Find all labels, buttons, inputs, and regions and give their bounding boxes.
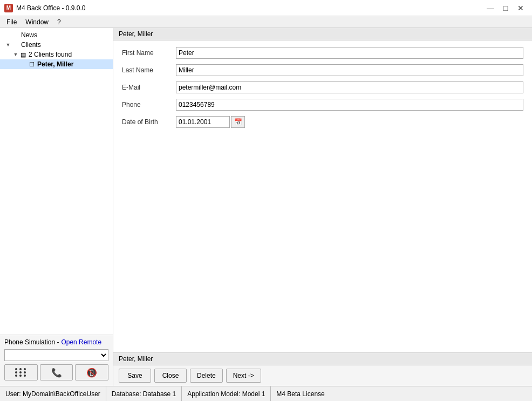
menubar: File Window ? [0,16,532,28]
action-buttons: Save Close Delete Next -> [113,365,532,386]
titlebar: M M4 Back Office - 0.9.0.0 — □ ✕ [0,0,532,16]
delete-button[interactable]: Delete [190,369,223,383]
maximize-button[interactable]: □ [499,2,513,14]
status-license: M4 Beta License [271,386,330,401]
right-panel: Peter, Miller First Name Last Name E-Mai… [113,28,532,386]
email-row: E-Mail [122,81,523,93]
end-call-button[interactable]: 📵 [75,364,108,380]
sidebar-label-clients-found: 2 Clients found [29,51,72,58]
close-button[interactable]: ✕ [514,2,528,14]
sidebar-item-clients-found[interactable]: ▼ ▤ 2 Clients found [0,50,113,59]
phone-sim-label: Phone Simulation - [4,338,59,346]
news-icon [12,31,19,39]
statusbar: User: MyDomain\BackOfficeUser Database: … [0,386,532,401]
tree-arrow-peter [21,60,28,68]
save-button[interactable]: Save [119,369,151,383]
phone-sim-header: Phone Simulation - Open Remote [4,338,108,346]
last-name-input[interactable] [176,64,523,76]
dob-label: Date of Birth [122,118,176,126]
calendar-button[interactable]: 📅 [231,116,245,128]
first-name-input[interactable] [176,47,523,59]
bottom-bar: Peter, Miller Save Close Delete Next -> [113,352,532,386]
dialpad-icon [15,368,27,377]
phone-row: Phone [122,99,523,111]
titlebar-left: M M4 Back Office - 0.9.0.0 [4,4,86,12]
phone-sim-buttons: 📞 📵 [4,364,108,380]
sidebar-label-peter-miller: Peter, Miller [37,60,73,68]
sidebar-item-clients[interactable]: ▼ Clients [0,40,113,50]
dob-input[interactable] [176,116,230,128]
phone-label: Phone [122,101,176,108]
sidebar-item-peter-miller[interactable]: ☐ Peter, Miller [0,59,113,69]
app-logo: M [4,4,13,12]
titlebar-title: M4 Back Office - 0.9.0.0 [16,4,86,12]
form-title: Peter, Miller [113,28,532,40]
end-call-icon: 📵 [86,368,97,378]
clients-icon [12,41,19,49]
last-name-row: Last Name [122,64,523,76]
tree-arrow-clients: ▼ [4,41,12,49]
close-button[interactable]: Close [154,369,187,383]
calendar-icon: 📅 [234,118,242,126]
sidebar-label-clients: Clients [21,41,41,49]
titlebar-controls: — □ ✕ [483,2,528,14]
email-input[interactable] [176,81,523,93]
last-name-label: Last Name [122,66,176,74]
sidebar: News ▼ Clients ▼ ▤ 2 Clients found ☐ Pet… [0,28,113,386]
content-area: News ▼ Clients ▼ ▤ 2 Clients found ☐ Pet… [0,28,532,386]
status-model: Application Model: Model 1 [182,386,271,401]
tree-arrow-news [4,31,12,39]
sidebar-label-news: News [21,31,37,39]
open-remote-link[interactable]: Open Remote [61,338,101,346]
email-label: E-Mail [122,84,176,91]
tree-arrow-found: ▼ [12,51,19,58]
phone-simulation: Phone Simulation - Open Remote [0,335,113,386]
answer-icon: 📞 [51,368,62,378]
answer-call-button[interactable]: 📞 [40,364,73,380]
first-name-label: First Name [122,49,176,57]
status-user: User: MyDomain\BackOfficeUser [0,386,106,401]
dob-container: 📅 [176,116,245,128]
menu-help[interactable]: ? [53,17,65,27]
dialpad-button[interactable] [4,364,38,380]
client-record-icon: ☐ [28,60,36,68]
phone-input[interactable] [176,99,523,111]
clients-found-icon: ▤ [19,51,27,58]
phone-sim-dropdown[interactable] [4,349,108,361]
next-button[interactable]: Next -> [226,369,261,383]
form-area: First Name Last Name E-Mail Phone Date o [113,40,532,352]
bottom-bar-title: Peter, Miller [113,353,532,365]
menu-window[interactable]: Window [21,17,53,27]
minimize-button[interactable]: — [483,2,497,14]
sidebar-item-news[interactable]: News [0,30,113,40]
tree-area: News ▼ Clients ▼ ▤ 2 Clients found ☐ Pet… [0,28,113,335]
main-layout: News ▼ Clients ▼ ▤ 2 Clients found ☐ Pet… [0,28,532,386]
menu-file[interactable]: File [2,17,21,27]
status-database: Database: Database 1 [106,386,182,401]
dob-row: Date of Birth 📅 [122,116,523,128]
first-name-row: First Name [122,47,523,59]
